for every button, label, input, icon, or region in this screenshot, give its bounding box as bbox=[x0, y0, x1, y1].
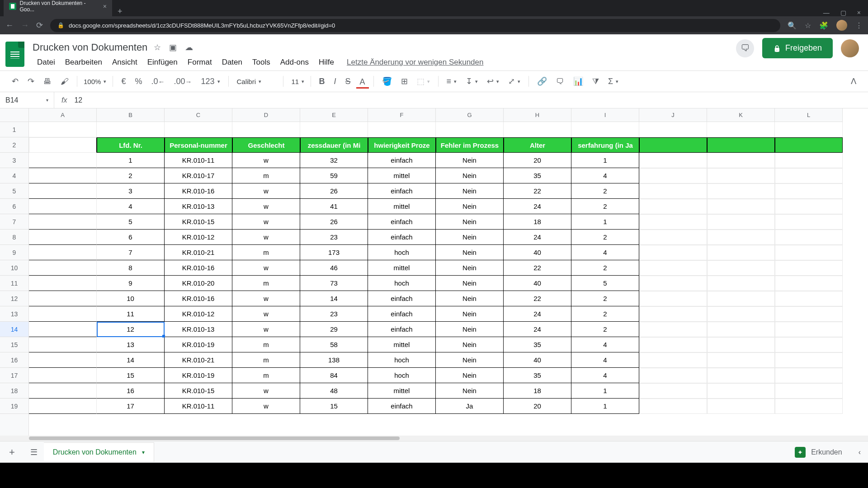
cell[interactable]: einfach bbox=[368, 291, 436, 306]
cell[interactable]: 4 bbox=[97, 199, 165, 214]
cloud-icon[interactable]: ☁ bbox=[185, 42, 193, 52]
cell[interactable]: zessdauer (in Mi bbox=[300, 137, 368, 153]
cell[interactable]: m bbox=[232, 337, 300, 352]
cell[interactable] bbox=[300, 122, 368, 137]
cell[interactable]: 15 bbox=[300, 399, 368, 414]
cell[interactable]: Nein bbox=[436, 337, 504, 352]
cell[interactable] bbox=[639, 230, 707, 245]
row-header-13[interactable]: 13 bbox=[0, 306, 28, 322]
cell[interactable]: 13 bbox=[97, 337, 165, 352]
formula-input[interactable]: 12 bbox=[74, 96, 82, 104]
cell[interactable]: KR.010-15 bbox=[165, 214, 232, 230]
cell[interactable] bbox=[775, 306, 843, 322]
share-button[interactable]: Freigeben bbox=[762, 38, 833, 58]
cell[interactable]: 4 bbox=[571, 368, 639, 383]
cell[interactable]: hoch bbox=[368, 352, 436, 368]
cell[interactable]: 2 bbox=[571, 183, 639, 199]
bold-button[interactable]: B bbox=[316, 74, 329, 89]
cell[interactable]: 35 bbox=[504, 337, 571, 352]
cell[interactable]: 26 bbox=[300, 183, 368, 199]
cell[interactable] bbox=[29, 168, 97, 183]
cell[interactable] bbox=[707, 214, 775, 230]
cell[interactable] bbox=[571, 122, 639, 137]
cell[interactable]: 5 bbox=[97, 214, 165, 230]
cell[interactable] bbox=[707, 260, 775, 276]
menu-datei[interactable]: Datei bbox=[33, 56, 60, 69]
cell[interactable]: Nein bbox=[436, 168, 504, 183]
menu-einfügen[interactable]: Einfügen bbox=[143, 56, 182, 69]
cell[interactable]: KR.010-19 bbox=[165, 368, 232, 383]
cell[interactable] bbox=[639, 199, 707, 214]
user-avatar[interactable] bbox=[841, 39, 859, 57]
insert-link-button[interactable]: 🔗 bbox=[533, 74, 551, 89]
col-header-A[interactable]: A bbox=[29, 108, 97, 122]
col-header-L[interactable]: L bbox=[775, 108, 843, 122]
cell[interactable]: w bbox=[232, 306, 300, 322]
cell[interactable]: 1 bbox=[571, 399, 639, 414]
cell[interactable]: 17 bbox=[97, 399, 165, 414]
cell[interactable]: 2 bbox=[97, 168, 165, 183]
cell[interactable]: 11 bbox=[97, 306, 165, 322]
cell[interactable]: Nein bbox=[436, 199, 504, 214]
cell[interactable] bbox=[504, 122, 571, 137]
cell[interactable]: 16 bbox=[97, 383, 165, 399]
cell[interactable]: 2 bbox=[571, 230, 639, 245]
font-select[interactable]: Calibri bbox=[233, 75, 278, 88]
document-title[interactable]: Drucken von Dokumenten bbox=[33, 42, 147, 53]
cell[interactable] bbox=[707, 399, 775, 414]
cell[interactable] bbox=[775, 276, 843, 291]
menu-add-ons[interactable]: Add-ons bbox=[276, 56, 313, 69]
cell[interactable] bbox=[775, 153, 843, 168]
cell[interactable]: 14 bbox=[97, 352, 165, 368]
menu-hilfe[interactable]: Hilfe bbox=[314, 56, 339, 69]
star-icon[interactable]: ☆ bbox=[154, 42, 161, 52]
cell[interactable]: 23 bbox=[300, 306, 368, 322]
row-header-3[interactable]: 3 bbox=[0, 153, 28, 168]
cell[interactable]: w bbox=[232, 291, 300, 306]
collapse-toolbar-icon[interactable]: ᐱ bbox=[847, 74, 860, 89]
cell[interactable]: w bbox=[232, 260, 300, 276]
cell[interactable]: 15 bbox=[97, 368, 165, 383]
cell[interactable] bbox=[775, 168, 843, 183]
cell[interactable]: w bbox=[232, 183, 300, 199]
cell[interactable]: 1 bbox=[97, 153, 165, 168]
redo-icon[interactable]: ↷ bbox=[24, 74, 38, 89]
cell[interactable] bbox=[775, 368, 843, 383]
cell[interactable]: einfach bbox=[368, 153, 436, 168]
cell[interactable]: 7 bbox=[97, 245, 165, 260]
url-input[interactable]: 🔒 docs.google.com/spreadsheets/d/1cz3cDU… bbox=[50, 19, 780, 32]
col-header-F[interactable]: F bbox=[368, 108, 436, 122]
cell[interactable]: 5 bbox=[571, 276, 639, 291]
cell[interactable]: Personal-nummer bbox=[165, 137, 232, 153]
cell[interactable]: KR.010-11 bbox=[165, 153, 232, 168]
italic-button[interactable]: I bbox=[330, 74, 340, 89]
cell[interactable] bbox=[707, 153, 775, 168]
row-header-14[interactable]: 14 bbox=[0, 322, 28, 337]
cell[interactable] bbox=[639, 168, 707, 183]
row-header-17[interactable]: 17 bbox=[0, 368, 28, 383]
cell[interactable]: 2 bbox=[571, 291, 639, 306]
cell[interactable]: Nein bbox=[436, 352, 504, 368]
cell[interactable] bbox=[775, 199, 843, 214]
cell[interactable] bbox=[29, 399, 97, 414]
cell[interactable] bbox=[29, 322, 97, 337]
cell[interactable]: einfach bbox=[368, 306, 436, 322]
cell[interactable]: KR.010-20 bbox=[165, 276, 232, 291]
row-header-5[interactable]: 5 bbox=[0, 183, 28, 199]
cell[interactable]: Nein bbox=[436, 276, 504, 291]
cell[interactable]: KR.010-16 bbox=[165, 291, 232, 306]
cell[interactable] bbox=[775, 352, 843, 368]
cell[interactable]: Nein bbox=[436, 153, 504, 168]
cell[interactable] bbox=[707, 352, 775, 368]
cell[interactable] bbox=[707, 245, 775, 260]
cell[interactable]: serfahrung (in Ja bbox=[571, 137, 639, 153]
cell[interactable]: w bbox=[232, 322, 300, 337]
insert-comment-button[interactable]: 🗨 bbox=[552, 74, 568, 89]
cell[interactable] bbox=[707, 383, 775, 399]
fill-color-button[interactable]: 🪣 bbox=[378, 74, 396, 89]
cell[interactable] bbox=[775, 245, 843, 260]
cell[interactable] bbox=[29, 137, 97, 153]
cell[interactable] bbox=[775, 183, 843, 199]
cell[interactable]: 24 bbox=[504, 322, 571, 337]
cell[interactable]: KR.010-19 bbox=[165, 337, 232, 352]
